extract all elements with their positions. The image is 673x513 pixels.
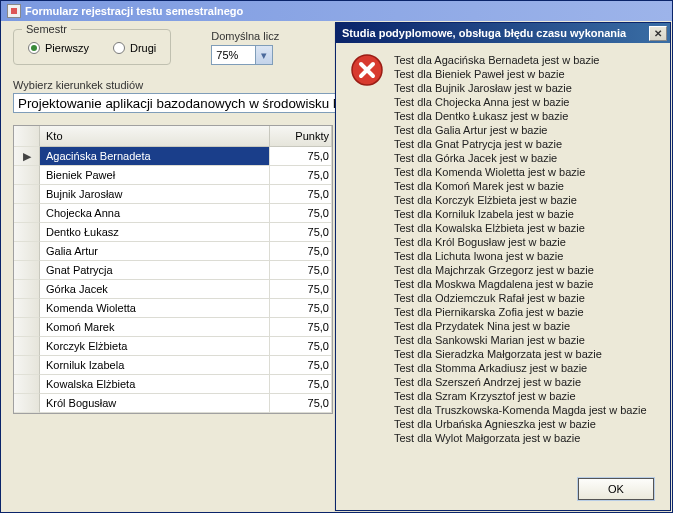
col-header-punkty[interactable]: Punkty: [270, 126, 332, 147]
error-line: Test dla Sankowski Marian jest w bazie: [394, 333, 647, 347]
row-header: [14, 166, 40, 185]
cell-name: Agacińska Bernadeta: [40, 147, 270, 166]
error-icon: [350, 53, 384, 87]
table-row[interactable]: Kowalska Elżbieta75,0: [14, 375, 332, 394]
row-header: [14, 318, 40, 337]
ok-button[interactable]: OK: [578, 478, 654, 500]
radio-dot-icon: [113, 42, 125, 54]
close-icon: ✕: [654, 28, 662, 39]
table-row[interactable]: Gnat Patrycja75,0: [14, 261, 332, 280]
error-line: Test dla Moskwa Magdalena jest w bazie: [394, 277, 647, 291]
threshold-label: Domyślna licz: [211, 30, 279, 42]
row-header: [14, 394, 40, 413]
window-title: Formularz rejestracji testu semestralneg…: [25, 5, 243, 17]
error-line: Test dla Kowalska Elżbieta jest w bazie: [394, 221, 647, 235]
radio-dot-icon: [28, 42, 40, 54]
error-line: Test dla Truszkowska-Komenda Magda jest …: [394, 403, 647, 417]
cell-name: Górka Jacek: [40, 280, 270, 299]
threshold-value: 75%: [216, 49, 238, 61]
semester-group-label: Semestr: [22, 23, 71, 35]
table-row[interactable]: Bujnik Jarosław75,0: [14, 185, 332, 204]
error-line: Test dla Komenda Wioletta jest w bazie: [394, 165, 647, 179]
table-row[interactable]: Bieniek Paweł75,0: [14, 166, 332, 185]
error-line: Test dla Urbańska Agnieszka jest w bazie: [394, 417, 647, 431]
error-line: Test dla Agacińska Bernadeta jest w bazi…: [394, 53, 647, 67]
cell-points: 75,0: [270, 147, 332, 166]
row-header: ▶: [14, 147, 40, 166]
radio-label: Pierwszy: [45, 42, 89, 54]
cell-name: Komoń Marek: [40, 318, 270, 337]
row-header: [14, 299, 40, 318]
cell-points: 75,0: [270, 261, 332, 280]
table-row[interactable]: Komenda Wioletta75,0: [14, 299, 332, 318]
table-row[interactable]: ▶Agacińska Bernadeta75,0: [14, 147, 332, 166]
cell-points: 75,0: [270, 185, 332, 204]
table-row[interactable]: Korczyk Elżbieta75,0: [14, 337, 332, 356]
table-row[interactable]: Chojecka Anna75,0: [14, 204, 332, 223]
error-line: Test dla Gnat Patrycja jest w bazie: [394, 137, 647, 151]
row-header: [14, 356, 40, 375]
cell-points: 75,0: [270, 280, 332, 299]
error-dialog: Studia podyplomowe, obsługa błędu czasu …: [335, 22, 671, 511]
cell-points: 75,0: [270, 223, 332, 242]
table-row[interactable]: Komoń Marek75,0: [14, 318, 332, 337]
error-line: Test dla Piernikarska Zofia jest w bazie: [394, 305, 647, 319]
row-header: [14, 280, 40, 299]
dialog-titlebar: Studia podyplomowe, obsługa błędu czasu …: [336, 23, 670, 43]
cell-points: 75,0: [270, 166, 332, 185]
cell-name: Korniluk Izabela: [40, 356, 270, 375]
error-line: Test dla Korczyk Elżbieta jest w bazie: [394, 193, 647, 207]
cell-name: Komenda Wioletta: [40, 299, 270, 318]
dialog-title: Studia podyplomowe, obsługa błędu czasu …: [342, 27, 626, 39]
error-line: Test dla Chojecka Anna jest w bazie: [394, 95, 647, 109]
radio-drugi[interactable]: Drugi: [113, 42, 156, 54]
error-line: Test dla Szerszeń Andrzej jest w bazie: [394, 375, 647, 389]
cell-name: Król Bogusław: [40, 394, 270, 413]
main-titlebar: Formularz rejestracji testu semestralneg…: [1, 1, 672, 21]
error-line: Test dla Przydatek Nina jest w bazie: [394, 319, 647, 333]
table-row[interactable]: Dentko Łukasz75,0: [14, 223, 332, 242]
row-header: [14, 242, 40, 261]
error-line: Test dla Król Bogusław jest w bazie: [394, 235, 647, 249]
row-header: [14, 337, 40, 356]
row-header: [14, 185, 40, 204]
cell-name: Kowalska Elżbieta: [40, 375, 270, 394]
error-line: Test dla Komoń Marek jest w bazie: [394, 179, 647, 193]
error-line: Test dla Galia Artur jest w bazie: [394, 123, 647, 137]
cell-name: Bieniek Paweł: [40, 166, 270, 185]
cell-points: 75,0: [270, 204, 332, 223]
error-line: Test dla Górka Jacek jest w bazie: [394, 151, 647, 165]
radio-pierwszy[interactable]: Pierwszy: [28, 42, 89, 54]
cell-name: Dentko Łukasz: [40, 223, 270, 242]
row-header: [14, 375, 40, 394]
threshold-combo[interactable]: 75%: [211, 45, 273, 65]
col-header-kto[interactable]: Kto: [40, 126, 270, 147]
table-row[interactable]: Król Bogusław75,0: [14, 394, 332, 413]
cell-name: Chojecka Anna: [40, 204, 270, 223]
semester-group: Semestr Pierwszy Drugi: [13, 29, 171, 65]
radio-label: Drugi: [130, 42, 156, 54]
error-line: Test dla Bujnik Jarosław jest w bazie: [394, 81, 647, 95]
cell-points: 75,0: [270, 356, 332, 375]
cell-points: 75,0: [270, 318, 332, 337]
error-line: Test dla Majchrzak Grzegorz jest w bazie: [394, 263, 647, 277]
row-header: [14, 204, 40, 223]
close-button[interactable]: ✕: [649, 26, 667, 41]
error-line: Test dla Odziemczuk Rafał jest w bazie: [394, 291, 647, 305]
students-grid[interactable]: Kto Punkty ▶Agacińska Bernadeta75,0Bieni…: [13, 125, 333, 414]
cell-points: 75,0: [270, 337, 332, 356]
cell-points: 75,0: [270, 375, 332, 394]
table-row[interactable]: Korniluk Izabela75,0: [14, 356, 332, 375]
table-row[interactable]: Galia Artur75,0: [14, 242, 332, 261]
grid-corner: [14, 126, 40, 147]
error-line: Test dla Lichuta Iwona jest w bazie: [394, 249, 647, 263]
error-line: Test dla Stomma Arkadiusz jest w bazie: [394, 361, 647, 375]
error-line: Test dla Korniluk Izabela jest w bazie: [394, 207, 647, 221]
error-line: Test dla Szram Krzysztof jest w bazie: [394, 389, 647, 403]
row-header: [14, 223, 40, 242]
cell-name: Korczyk Elżbieta: [40, 337, 270, 356]
cell-name: Gnat Patrycja: [40, 261, 270, 280]
error-line: Test dla Wylot Małgorzata jest w bazie: [394, 431, 647, 445]
table-row[interactable]: Górka Jacek75,0: [14, 280, 332, 299]
cell-points: 75,0: [270, 242, 332, 261]
